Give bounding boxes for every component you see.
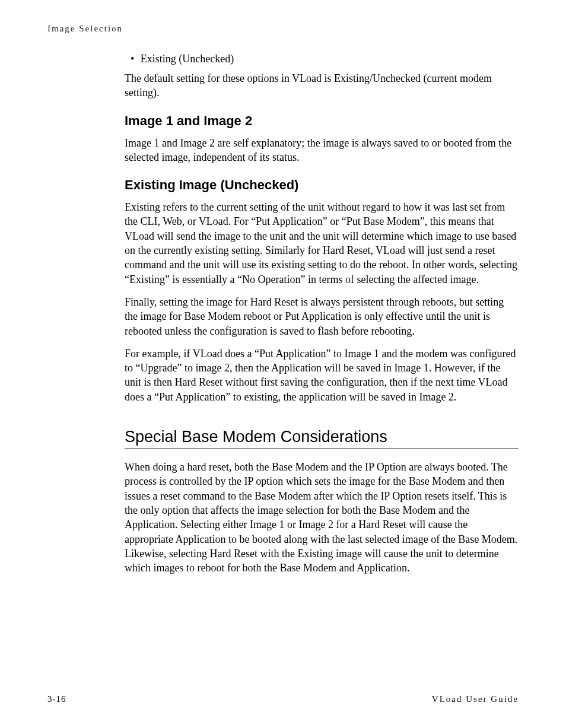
paragraph-example: For example, if VLoad does a “Put Applic… <box>125 346 519 404</box>
heading-existing-image: Existing Image (Unchecked) <box>125 177 519 193</box>
paragraph-default-setting: The default setting for these options in… <box>125 71 519 100</box>
paragraph-existing-description: Existing refers to the current setting o… <box>125 200 519 287</box>
heading-image1-image2: Image 1 and Image 2 <box>125 113 519 129</box>
heading-rule <box>125 449 519 449</box>
paragraph-special-base-modem: When doing a hard reset, both the Base M… <box>125 460 519 575</box>
page-header-section: Image Selection <box>47 24 519 34</box>
bullet-existing-unchecked: Existing (Unchecked) <box>140 53 519 65</box>
footer-doc-title: VLoad User Guide <box>432 694 519 704</box>
paragraph-persistence: Finally, setting the image for Hard Rese… <box>125 295 519 338</box>
footer-page-number: 3-16 <box>47 694 66 704</box>
heading-special-base-modem: Special Base Modem Considerations <box>125 428 519 446</box>
paragraph-image1-image2: Image 1 and Image 2 are self explanatory… <box>125 136 519 165</box>
page-footer: 3-16 VLoad User Guide <box>47 694 519 704</box>
content-area: Existing (Unchecked) The default setting… <box>125 53 519 575</box>
